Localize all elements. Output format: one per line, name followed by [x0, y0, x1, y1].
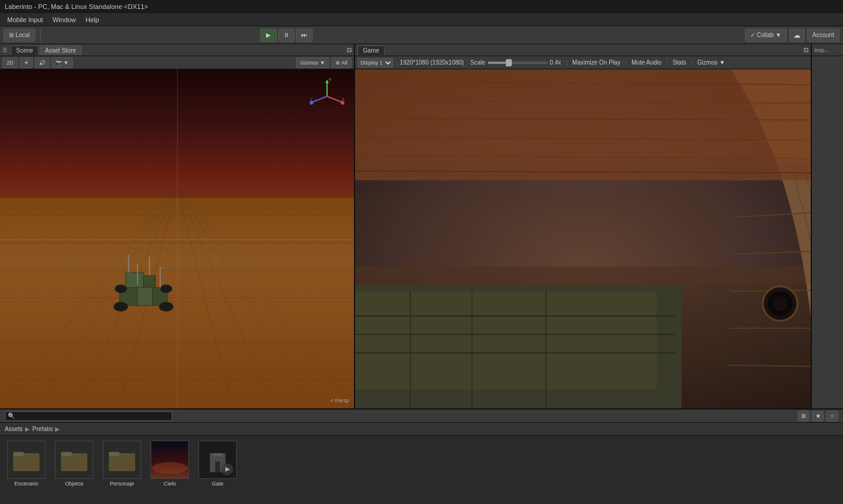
breadcrumb-bar: Assets ▶ Prefabs ▶ — [0, 423, 843, 436]
svg-rect-70 — [61, 452, 72, 456]
svg-rect-66 — [355, 193, 719, 285]
breadcrumb-prefabs[interactable]: Prefabs — [32, 426, 53, 432]
game-bg — [355, 69, 811, 408]
asset-escenario[interactable]: Escenario — [5, 441, 48, 487]
scene-2d-btn[interactable]: 2D — [2, 57, 18, 68]
tab-asset-store[interactable]: Asset Store — [39, 45, 81, 55]
scene-right-tools: Gizmos ▼ ⊕ All — [296, 57, 352, 68]
svg-text:Y: Y — [328, 78, 332, 83]
game-toolbar: Display 1 | 1920*1080 (1920x1080) | Scal… — [355, 56, 811, 69]
assets-search-input[interactable] — [5, 411, 172, 421]
svg-point-20 — [114, 302, 128, 311]
game-gizmos-btn[interactable]: Gizmos ▼ — [697, 59, 725, 66]
scene-toolbar: 2D ☀ 🔊 📷 ▼ Gizmos ▼ ⊕ All — [0, 56, 354, 69]
toolbar: ⊞ Local ▶ ⏸ ⏭ ✓ ✓ Collab ▼ Collab ▼ ☁ Ac… — [0, 26, 843, 44]
sep6: | — [691, 59, 693, 66]
svg-rect-40 — [355, 291, 657, 390]
game-view[interactable] — [355, 69, 811, 408]
scene-panel-icon: ☰ — [2, 47, 7, 53]
svg-point-74 — [152, 462, 188, 474]
breadcrumb-sep-1: ▶ — [25, 426, 30, 432]
svg-line-34 — [312, 96, 327, 102]
breadcrumb-sep-2: ▶ — [55, 426, 60, 432]
game-scene-svg — [355, 69, 811, 408]
scale-value: 0.4x — [550, 59, 561, 66]
scene-camera-btn[interactable]: 📷 ▼ — [51, 57, 73, 68]
local-icon: ⊞ — [9, 32, 14, 38]
asset-cielo[interactable]: Cielo — [148, 441, 191, 487]
scene-maximize-icon[interactable]: ⊡ — [347, 47, 352, 53]
all-btn[interactable]: ⊕ All — [331, 57, 352, 68]
game-maximize-icon[interactable]: ⊡ — [804, 47, 808, 53]
scene-audio-btn[interactable]: 🔊 — [35, 57, 50, 68]
bottom-panel: ⊞ ★ ☆ Assets ▶ Prefabs ▶ Escenario — [0, 408, 843, 504]
maximize-on-play-btn[interactable]: Maximize On Play — [572, 59, 621, 66]
asset-personaje[interactable]: Personaje — [100, 441, 143, 487]
scene-view[interactable]: Y X Z < Persp — [0, 69, 354, 408]
asset-objetos[interactable]: Objetos — [53, 441, 96, 487]
step-button[interactable]: ⏭ — [296, 29, 313, 42]
game-panel: Game ⊡ Display 1 | 1920*1080 (1920x1080)… — [355, 44, 811, 408]
transform-line-h — [0, 239, 354, 240]
menu-bar: Mobile Input Window Help — [0, 13, 843, 26]
svg-rect-19 — [143, 276, 155, 288]
svg-line-31 — [327, 96, 342, 102]
resolution-label: 1920*1080 (1920x1080) — [400, 59, 464, 66]
collab-button[interactable]: ✓ ✓ Collab ▼ Collab ▼ — [745, 29, 787, 42]
title-bar: Laberinto - PC, Mac & Linux Standalone <… — [0, 0, 843, 13]
display-select[interactable]: Display 1 — [358, 58, 393, 68]
persp-label: < Persp — [331, 398, 349, 404]
inspector-tab-label[interactable]: Insp... — [814, 47, 829, 53]
inspector-tab-bar: Insp... — [812, 44, 843, 56]
play-button[interactable]: ▶ — [260, 29, 277, 42]
escenario-label: Escenario — [14, 481, 38, 487]
window-title: Laberinto - PC, Mac & Linux Standalone <… — [5, 3, 148, 10]
account-button[interactable]: Account — [807, 29, 839, 42]
svg-point-57 — [773, 296, 788, 311]
scene-panel: ☰ Scene Asset Store ⊡ 2D ☀ 🔊 📷 ▼ Gizmos … — [0, 44, 355, 408]
svg-rect-72 — [109, 452, 120, 456]
scene-lighting-btn[interactable]: ☀ — [20, 57, 33, 68]
svg-text:Z: Z — [310, 97, 313, 102]
mute-audio-btn[interactable]: Mute Audio — [631, 59, 661, 66]
bottom-icon-1[interactable]: ⊞ — [798, 411, 810, 421]
menu-window[interactable]: Window — [48, 15, 81, 25]
scale-slider-thumb[interactable] — [506, 59, 512, 66]
toolbar-sep: | — [396, 59, 398, 66]
local-button[interactable]: ⊞ Local — [4, 29, 35, 42]
bottom-toolbar: ⊞ ★ ☆ — [0, 410, 843, 423]
scale-slider-track — [488, 62, 548, 64]
bottom-icon-2[interactable]: ★ — [812, 411, 824, 421]
assets-grid: Escenario Objetos — [0, 436, 843, 504]
bottom-icon-star[interactable]: ☆ — [826, 411, 838, 421]
pause-button[interactable]: ⏸ — [278, 29, 295, 42]
main-content: ☰ Scene Asset Store ⊡ 2D ☀ 🔊 📷 ▼ Gizmos … — [0, 44, 843, 504]
svg-text:X: X — [341, 97, 345, 102]
menu-help[interactable]: Help — [81, 15, 104, 25]
gate-label: Gate — [212, 481, 224, 487]
collab-check-icon: ✓ — [750, 32, 755, 38]
stats-btn[interactable]: Stats — [673, 59, 686, 66]
cielo-icon — [151, 441, 189, 479]
escenario-icon — [7, 441, 45, 479]
menu-mobile-input[interactable]: Mobile Input — [2, 15, 48, 25]
objetos-icon — [55, 441, 93, 479]
breadcrumb-assets[interactable]: Assets — [5, 426, 23, 432]
gizmos-btn[interactable]: Gizmos ▼ — [296, 57, 329, 68]
svg-rect-68 — [13, 452, 24, 456]
gizmo-svg: Y X Z — [309, 78, 345, 114]
toolbar-sep-1 — [40, 29, 41, 41]
personaje-icon — [103, 441, 141, 479]
tab-game[interactable]: Game — [358, 45, 384, 55]
tab-scene[interactable]: Scene — [11, 45, 38, 55]
toolbar-sep2: | — [466, 59, 468, 66]
personaje-label: Personaje — [110, 481, 135, 487]
asset-gate[interactable]: Gate — [196, 441, 239, 487]
sep4: | — [625, 59, 627, 66]
play-controls: ▶ ⏸ ⏭ — [260, 29, 313, 42]
cloud-button[interactable]: ☁ — [789, 29, 805, 42]
objetos-label: Objetos — [65, 481, 83, 487]
svg-point-23 — [160, 285, 172, 293]
cloud-icon: ☁ — [793, 31, 801, 39]
cielo-label: Cielo — [164, 481, 176, 487]
